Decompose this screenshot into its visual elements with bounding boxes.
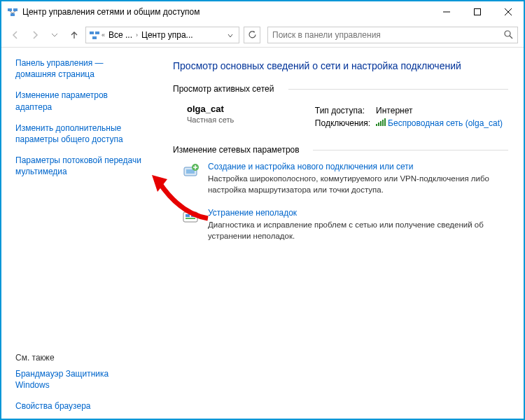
svg-line-4 <box>13 11 15 13</box>
connections-label: Подключения: <box>315 118 374 130</box>
wifi-signal-icon <box>376 118 386 129</box>
titlebar[interactable]: Центр управления сетями и общим доступом <box>1 1 524 22</box>
main-panel: Просмотр основных сведений о сети и наст… <box>152 48 524 419</box>
svg-rect-9 <box>90 31 94 34</box>
svg-rect-0 <box>8 8 12 11</box>
svg-rect-6 <box>475 9 481 15</box>
address-dropdown[interactable] <box>225 29 236 41</box>
address-bar[interactable]: « Все ... › Центр упра... <box>85 27 239 43</box>
toolbar: « Все ... › Центр упра... <box>1 22 524 48</box>
sidebar-link-streaming[interactable]: Параметры потоковой передачи мультимедиа <box>15 155 145 177</box>
window-frame: Центр управления сетями и общим доступом… <box>0 0 525 420</box>
back-button[interactable] <box>7 27 24 43</box>
maximize-button[interactable] <box>462 1 493 22</box>
chevron-icon: « <box>100 31 106 38</box>
active-networks-heading: Просмотр активных сетей <box>173 84 508 94</box>
svg-rect-10 <box>95 31 99 34</box>
breadcrumb-segment[interactable]: Все ... <box>106 30 134 40</box>
app-icon <box>7 6 18 18</box>
sidebar: Панель управления — домашняя страница Из… <box>1 48 152 419</box>
location-icon <box>89 29 100 41</box>
svg-rect-27 <box>191 214 195 217</box>
svg-rect-17 <box>380 121 382 126</box>
window-controls <box>431 1 524 22</box>
svg-rect-11 <box>92 36 97 39</box>
network-name: olga_cat <box>187 104 314 114</box>
chevron-right-icon: › <box>134 31 139 38</box>
minimize-button[interactable] <box>431 1 462 22</box>
see-also-firewall[interactable]: Брандмауэр Защитника Windows <box>15 368 145 391</box>
svg-line-3 <box>10 11 13 13</box>
content-body: Панель управления — домашняя страница Из… <box>1 48 524 419</box>
svg-line-13 <box>510 36 512 38</box>
access-type-value: Интернет <box>376 105 507 116</box>
refresh-button[interactable] <box>244 27 260 43</box>
new-connection-icon <box>181 162 201 181</box>
setting-title: Создание и настройка нового подключения … <box>208 162 508 172</box>
setting-item-troubleshoot[interactable]: Устранение неполадок Диагностика и испра… <box>181 208 508 241</box>
active-network-block: olga_cat Частная сеть Тип доступа: Интер… <box>173 101 508 145</box>
svg-marker-14 <box>152 175 167 192</box>
see-also-label: См. также <box>15 353 145 363</box>
search-icon <box>504 30 513 39</box>
see-also-browser[interactable]: Свойства браузера <box>15 400 145 412</box>
network-type: Частная сеть <box>187 115 314 124</box>
up-button[interactable] <box>66 27 83 43</box>
setting-item-new-connection[interactable]: Создание и настройка нового подключения … <box>181 162 508 195</box>
connection-link[interactable]: Беспроводная сеть (olga_cat) <box>388 118 503 128</box>
forward-button[interactable] <box>27 27 43 43</box>
window-title: Центр управления сетями и общим доступом <box>22 7 431 17</box>
page-heading: Просмотр основных сведений о сети и наст… <box>173 60 508 71</box>
sidebar-link-home[interactable]: Панель управления — домашняя страница <box>15 57 145 80</box>
access-type-label: Тип доступа: <box>315 105 374 116</box>
svg-rect-19 <box>384 118 386 126</box>
setting-desc: Диагностика и исправление проблем с сеть… <box>208 220 508 241</box>
setting-title: Устранение неполадок <box>208 208 508 218</box>
recent-dropdown[interactable] <box>46 27 63 43</box>
svg-point-12 <box>505 31 510 36</box>
breadcrumb-segment[interactable]: Центр упра... <box>139 30 195 40</box>
setting-desc: Настройка широкополосного, коммутируемог… <box>208 174 508 195</box>
search-box[interactable] <box>267 27 518 43</box>
close-button[interactable] <box>493 1 524 22</box>
svg-rect-18 <box>382 120 384 126</box>
troubleshoot-icon <box>181 208 201 227</box>
svg-rect-2 <box>10 13 15 16</box>
search-input[interactable] <box>272 30 504 40</box>
sidebar-link-sharing[interactable]: Изменить дополнительные параметры общего… <box>15 122 145 145</box>
sidebar-link-adapter[interactable]: Изменение параметров адаптера <box>15 90 145 112</box>
svg-rect-15 <box>376 124 377 126</box>
change-settings-heading: Изменение сетевых параметров <box>173 145 508 155</box>
svg-rect-26 <box>186 214 190 217</box>
svg-rect-16 <box>378 122 379 126</box>
network-details-table: Тип доступа: Интернет Подключения: Беспр… <box>314 104 508 131</box>
svg-rect-1 <box>13 8 18 11</box>
